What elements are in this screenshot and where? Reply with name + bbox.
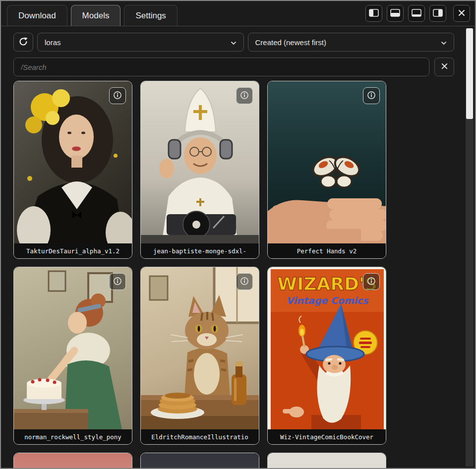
tab-download-label: Download [18, 11, 56, 21]
model-name: Wiz-VintageComicBookCover [268, 429, 386, 444]
tab-download[interactable]: Download [7, 5, 67, 26]
info-icon [240, 91, 249, 101]
header-bar: Download Models Settings [1, 1, 475, 26]
comic-cover-title: WIZARD'S [277, 274, 377, 294]
refresh-button[interactable] [13, 33, 33, 52]
model-thumbnail [14, 453, 132, 468]
filter-toolbar: loras Created (newest first) [13, 33, 454, 52]
model-grid: TakturDesTauri_alpha_v1.2 [13, 81, 386, 468]
chevron-down-icon [231, 38, 237, 47]
close-button[interactable] [453, 5, 470, 22]
info-icon [367, 91, 376, 101]
tab-settings-label: Settings [135, 11, 166, 21]
dock-left-button[interactable] [365, 5, 382, 22]
model-grid-viewport: TakturDesTauri_alpha_v1.2 [13, 81, 386, 468]
info-button[interactable] [236, 273, 253, 290]
info-button[interactable] [236, 87, 253, 104]
model-name: EldritchRomanceIllustratio [141, 429, 259, 444]
model-card-takturdestauri[interactable]: TakturDesTauri_alpha_v1.2 [13, 81, 132, 259]
tab-strip: Download Models Settings [7, 5, 178, 26]
model-thumbnail [141, 81, 259, 243]
tab-settings[interactable]: Settings [124, 5, 177, 26]
info-button[interactable] [363, 273, 380, 290]
model-name: TakturDesTauri_alpha_v1.2 [14, 243, 132, 258]
model-type-select[interactable]: loras [37, 33, 244, 52]
vertical-scrollbar[interactable] [466, 28, 474, 467]
close-icon [458, 9, 466, 18]
tab-models[interactable]: Models [71, 5, 121, 26]
model-card-jean-baptiste-monge[interactable]: jean-baptiste-monge-sdxl- [140, 81, 259, 259]
model-name: norman_rockwell_style_pony [14, 429, 132, 444]
chevron-down-icon [441, 38, 447, 47]
info-icon [113, 277, 122, 287]
model-thumbnail [141, 453, 259, 468]
model-thumbnail [268, 81, 386, 243]
scrollbar-thumb[interactable] [466, 28, 473, 119]
search-input[interactable] [13, 58, 429, 76]
model-name: Perfect Hands v2 [268, 243, 386, 258]
info-icon [113, 91, 122, 101]
sort-order-value: Created (newest first) [255, 38, 326, 47]
info-icon [367, 277, 376, 287]
model-thumbnail [141, 267, 259, 429]
dock-right-icon [433, 9, 443, 18]
model-card-partial[interactable] [140, 453, 259, 468]
models-browser-window: Download Models Settings [0, 0, 476, 469]
model-type-value: loras [45, 38, 61, 47]
dock-right-button[interactable] [429, 5, 446, 22]
clear-search-button[interactable] [434, 58, 454, 76]
dock-bottom-bar-icon [412, 9, 421, 18]
dock-left-icon [369, 9, 379, 18]
model-name: jean-baptiste-monge-sdxl- [141, 243, 259, 258]
dock-bottom-icon [390, 9, 400, 18]
model-card-eldritch-romance[interactable]: EldritchRomanceIllustratio [140, 267, 259, 445]
window-controls [365, 5, 470, 22]
tab-models-label: Models [82, 11, 110, 21]
model-card-partial[interactable] [13, 453, 132, 468]
info-button[interactable] [363, 87, 380, 104]
model-card-partial[interactable] [267, 453, 386, 468]
info-button[interactable] [109, 273, 126, 290]
close-icon [441, 62, 448, 71]
model-thumbnail [268, 453, 386, 468]
dock-bottom-button[interactable] [387, 5, 404, 22]
model-thumbnail [14, 267, 132, 429]
info-button[interactable] [109, 87, 126, 104]
model-thumbnail [14, 81, 132, 243]
comic-cover-subtitle: Vintage Comics [286, 295, 369, 306]
model-card-perfect-hands[interactable]: Perfect Hands v2 [267, 81, 386, 259]
model-thumbnail: WIZARD'S Vintage Comics [268, 267, 386, 429]
sort-order-select[interactable]: Created (newest first) [248, 33, 455, 52]
search-row [13, 58, 454, 76]
info-icon [240, 277, 249, 287]
dock-bottom-bar-button[interactable] [408, 5, 425, 22]
model-card-wiz-vintage-comic[interactable]: WIZARD'S Vintage Comics [267, 267, 386, 445]
model-card-norman-rockwell[interactable]: norman_rockwell_style_pony [13, 267, 132, 445]
refresh-icon [18, 37, 28, 48]
